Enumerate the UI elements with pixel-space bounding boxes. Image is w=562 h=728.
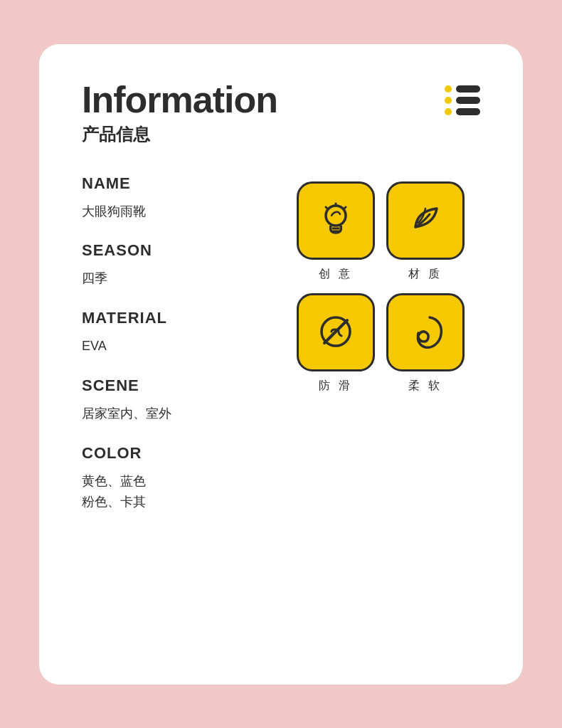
line-1 xyxy=(456,85,480,93)
svg-line-7 xyxy=(324,320,347,343)
left-column: NAME 大眼狗雨靴 SEASON 四季 MATERIAL EVA SCENE … xyxy=(82,174,281,532)
dot-2 xyxy=(445,97,452,104)
dot-1 xyxy=(445,85,452,93)
material-value: EVA xyxy=(82,336,281,357)
info-card: Information 产品信息 NAME 大眼狗雨靴 xyxy=(39,44,523,685)
season-label: SEASON xyxy=(82,241,152,261)
material-label: MATERIAL xyxy=(82,309,167,329)
header: Information 产品信息 xyxy=(82,80,480,146)
leaf-icon xyxy=(403,197,449,243)
svg-point-0 xyxy=(326,206,346,226)
header-titles: Information 产品信息 xyxy=(82,80,277,146)
icons-grid: 创 意 材 质 xyxy=(297,181,465,394)
material-icon-box xyxy=(386,181,465,260)
scene-section: SCENE 居家室内、室外 xyxy=(82,376,281,424)
name-value: 大眼狗雨靴 xyxy=(82,201,281,222)
color-label: COLOR xyxy=(82,444,142,464)
color-value: 黄色、蓝色粉色、卡其 xyxy=(82,471,281,512)
title-en: Information xyxy=(82,80,277,120)
scene-value: 居家室内、室外 xyxy=(82,403,281,424)
right-column: 创 意 材 质 xyxy=(281,174,480,532)
content: NAME 大眼狗雨靴 SEASON 四季 MATERIAL EVA SCENE … xyxy=(82,174,480,532)
antislip-label: 防 滑 xyxy=(319,379,353,394)
icon-row-2 xyxy=(445,97,480,104)
name-label: NAME xyxy=(82,174,131,194)
material-item: 材 质 xyxy=(386,181,465,282)
soft-icon xyxy=(403,309,449,355)
line-2 xyxy=(456,97,480,104)
creativity-label: 创 意 xyxy=(319,267,353,282)
antislip-item: 防 滑 xyxy=(297,293,375,394)
season-section: SEASON 四季 xyxy=(82,241,281,289)
svg-line-4 xyxy=(326,207,327,209)
line-3 xyxy=(456,108,480,115)
antislip-icon-box xyxy=(297,293,375,371)
soft-icon-box xyxy=(386,293,465,371)
scene-label: SCENE xyxy=(82,376,139,396)
creativity-item: 创 意 xyxy=(297,181,375,282)
name-section: NAME 大眼狗雨靴 xyxy=(82,174,281,222)
material-section: MATERIAL EVA xyxy=(82,309,281,357)
antislip-icon xyxy=(313,309,359,355)
icon-row-3 xyxy=(445,108,480,115)
title-cn: 产品信息 xyxy=(82,123,277,146)
color-section: COLOR 黄色、蓝色粉色、卡其 xyxy=(82,444,281,512)
soft-item: 柔 软 xyxy=(386,293,465,394)
creativity-icon-box xyxy=(297,181,375,260)
season-value: 四季 xyxy=(82,268,281,289)
list-icon xyxy=(445,85,480,115)
soft-label: 柔 软 xyxy=(408,379,442,394)
material-label-icon: 材 质 xyxy=(408,267,442,282)
icon-row-1 xyxy=(445,85,480,93)
bulb-icon xyxy=(313,197,359,243)
dot-3 xyxy=(445,108,452,115)
svg-line-5 xyxy=(344,207,346,209)
